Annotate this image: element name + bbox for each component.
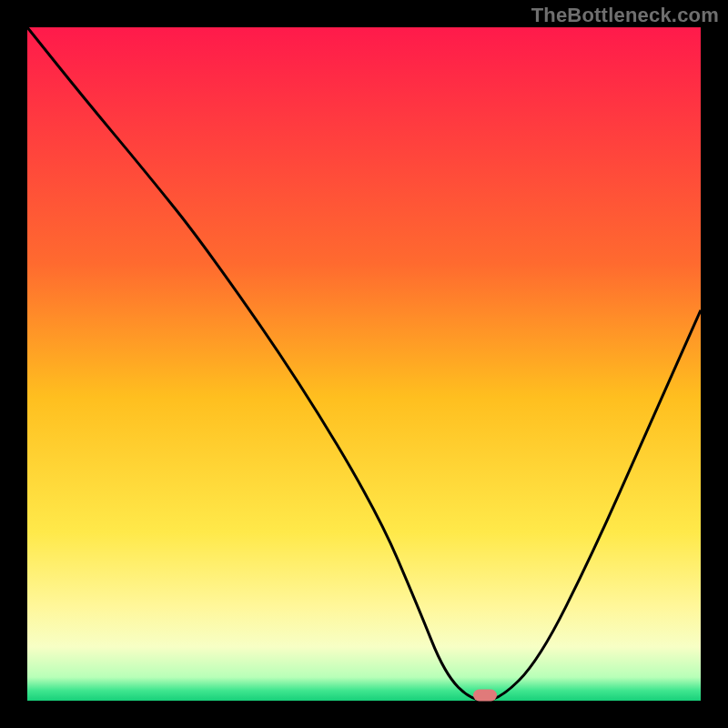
watermark-text: TheBottleneck.com (531, 4, 719, 27)
chart-frame: TheBottleneck.com (0, 0, 728, 728)
gradient-background (27, 27, 701, 701)
plot-area (27, 27, 701, 701)
